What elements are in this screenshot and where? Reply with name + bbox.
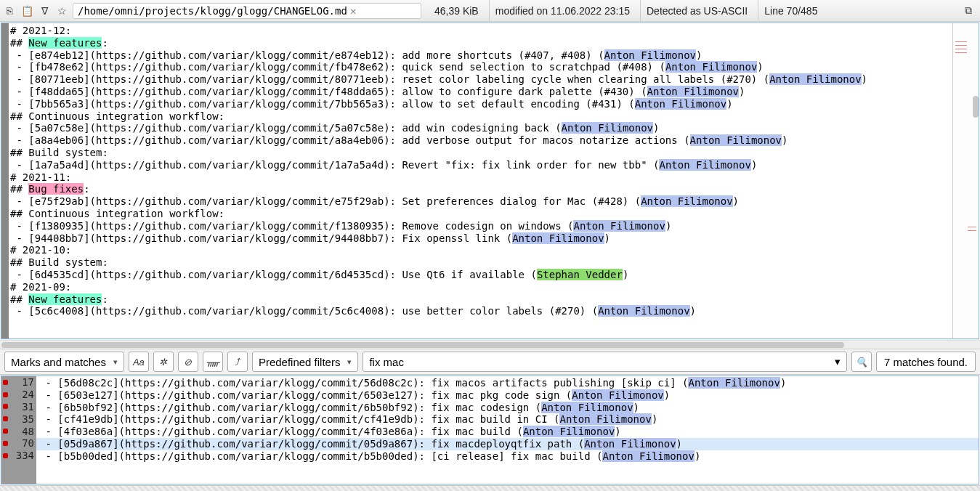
horizontal-scrollbar[interactable] bbox=[0, 340, 980, 349]
scope-toggle-button[interactable]: ⤴ bbox=[227, 352, 248, 372]
result-line[interactable]: - [4f03e86a](https://github.com/variar/k… bbox=[36, 426, 979, 438]
code-line[interactable]: # 2021-12: bbox=[10, 25, 952, 37]
chevron-down-icon: ▾ bbox=[113, 357, 118, 367]
match-marker-icon bbox=[3, 453, 8, 458]
regex-toggle-button[interactable]: ✲ bbox=[153, 352, 174, 372]
result-line-number[interactable]: 24 bbox=[1, 389, 36, 401]
code-line[interactable]: - [fb478e62](https://github.com/variar/k… bbox=[10, 61, 952, 73]
splitter[interactable] bbox=[0, 485, 980, 491]
code-line[interactable]: - [a8a4eb06](https://github.com/variar/k… bbox=[10, 134, 952, 147]
filters-label: Predefined filters bbox=[259, 356, 341, 368]
star-icon[interactable]: ☆ bbox=[55, 4, 68, 17]
result-line-number[interactable]: 48 bbox=[1, 425, 36, 437]
match-marker-icon bbox=[3, 392, 8, 397]
code-line[interactable]: - [6d4535cd](https://github.com/variar/k… bbox=[10, 269, 952, 281]
external-link-icon[interactable]: ⧉ bbox=[964, 4, 977, 17]
copy-icon[interactable]: ⎘ bbox=[3, 4, 16, 17]
file-size: 46,39 KiB bbox=[429, 0, 485, 21]
code-line[interactable]: - [e874eb12](https://github.com/variar/k… bbox=[10, 49, 952, 62]
chevron-down-icon: ▾ bbox=[835, 355, 841, 368]
match-count: 7 matches found. bbox=[876, 352, 976, 372]
filter-icon[interactable]: ∇ bbox=[38, 4, 51, 17]
result-line[interactable]: - [6503e127](https://github.com/variar/k… bbox=[36, 389, 979, 402]
code-line[interactable]: ## Build system: bbox=[10, 147, 952, 159]
code-line[interactable]: - [f1380935](https://github.com/variar/k… bbox=[10, 220, 952, 232]
code-line[interactable]: - [1a7a5a4d](https://github.com/variar/k… bbox=[10, 159, 952, 171]
result-line[interactable]: - [05d9a867](https://github.com/variar/k… bbox=[36, 438, 979, 450]
code-line[interactable]: ## New features: bbox=[10, 293, 952, 306]
code-line[interactable]: ## Build system: bbox=[10, 256, 952, 269]
chevron-down-icon: ▾ bbox=[347, 357, 352, 367]
case-toggle-button[interactable]: Aa bbox=[129, 352, 149, 372]
result-line-number[interactable]: 31 bbox=[1, 401, 36, 413]
search-query: fix mac bbox=[369, 356, 404, 368]
code-line[interactable]: ## Continuous integration workflow: bbox=[10, 110, 952, 123]
result-line[interactable]: - [b5b00ded](https://github.com/variar/k… bbox=[36, 450, 979, 463]
result-line[interactable]: - [6b50bf92](https://github.com/variar/k… bbox=[36, 402, 979, 414]
paste-icon[interactable]: 📋 bbox=[20, 4, 33, 17]
match-marker-icon bbox=[3, 416, 8, 421]
code-line[interactable]: # 2021-09: bbox=[10, 281, 952, 293]
match-marker-icon bbox=[3, 429, 8, 434]
results-gutter: 172431354870334 bbox=[1, 376, 36, 484]
file-path-box[interactable]: /home/omni/projects/klogg/glogg/CHANGELO… bbox=[73, 3, 421, 19]
code-line[interactable]: - [94408bb7](https://github.com/variar/k… bbox=[10, 232, 952, 245]
match-marker-icon bbox=[3, 441, 8, 446]
search-button[interactable]: 🔍 bbox=[851, 352, 872, 372]
match-marker-icon bbox=[3, 380, 8, 385]
result-line-number[interactable]: 70 bbox=[1, 437, 36, 450]
result-line[interactable]: - [cf41e9db](https://github.com/variar/k… bbox=[36, 413, 979, 426]
code-line[interactable]: # 2021-10: bbox=[10, 244, 952, 256]
main-gutter bbox=[1, 23, 9, 338]
line-position: Line 70/485 bbox=[758, 0, 823, 21]
overview-bar[interactable] bbox=[952, 23, 979, 338]
main-code-area[interactable]: # 2021-12:## New features: - [e874eb12](… bbox=[9, 23, 952, 338]
results-code-area[interactable]: - [56d08c2c](https://github.com/variar/k… bbox=[36, 376, 979, 484]
search-input[interactable]: fix mac ▾ bbox=[363, 352, 846, 372]
filters-combo[interactable]: Predefined filters ▾ bbox=[252, 352, 359, 372]
file-encoding: Detected as US-ASCII bbox=[640, 0, 753, 21]
match-mode-combo[interactable]: Marks and matches ▾ bbox=[4, 352, 124, 372]
boolean-toggle-button[interactable]: ⊘ bbox=[178, 352, 198, 372]
code-line[interactable]: - [5c6c4008](https://github.com/variar/k… bbox=[10, 305, 952, 317]
code-line[interactable]: ## Continuous integration workflow: bbox=[10, 208, 952, 220]
file-modified: modified on 11.06.2022 23:15 bbox=[489, 0, 636, 21]
code-line[interactable]: - [f48dda65](https://github.com/variar/k… bbox=[10, 86, 952, 98]
match-mode-label: Marks and matches bbox=[11, 356, 106, 368]
code-line[interactable]: - [80771eeb](https://github.com/variar/k… bbox=[10, 73, 952, 86]
code-line[interactable]: - [5a07c58e](https://github.com/variar/k… bbox=[10, 122, 952, 134]
close-tab-icon[interactable]: ✕ bbox=[350, 5, 356, 17]
inverse-toggle-button[interactable]: ᚅ bbox=[203, 352, 223, 372]
results-view[interactable]: 172431354870334 - [56d08c2c](https://git… bbox=[1, 376, 979, 484]
result-line-number[interactable]: 334 bbox=[1, 450, 36, 462]
code-line[interactable]: ## Bug fixes: bbox=[10, 183, 952, 195]
main-view[interactable]: # 2021-12:## New features: - [e874eb12](… bbox=[1, 23, 979, 339]
result-line-number[interactable]: 17 bbox=[1, 376, 36, 389]
result-line[interactable]: - [56d08c2c](https://github.com/variar/k… bbox=[36, 377, 979, 389]
titlebar: ⎘ 📋 ∇ ☆ /home/omni/projects/klogg/glogg/… bbox=[0, 0, 980, 22]
scrollbar-thumb[interactable] bbox=[973, 96, 979, 118]
search-bar: Marks and matches ▾ Aa ✲ ⊘ ᚅ ⤴ Predefine… bbox=[0, 349, 980, 375]
code-line[interactable]: # 2021-11: bbox=[10, 171, 952, 184]
code-line[interactable]: - [e75f29ab](https://github.com/variar/k… bbox=[10, 195, 952, 208]
match-marker-icon bbox=[3, 404, 8, 409]
file-path: /home/omni/projects/klogg/glogg/CHANGELO… bbox=[78, 5, 347, 17]
code-line[interactable]: ## New features: bbox=[10, 37, 952, 49]
result-line-number[interactable]: 35 bbox=[1, 413, 36, 425]
code-line[interactable]: - [7bb565a3](https://github.com/variar/k… bbox=[10, 98, 952, 110]
